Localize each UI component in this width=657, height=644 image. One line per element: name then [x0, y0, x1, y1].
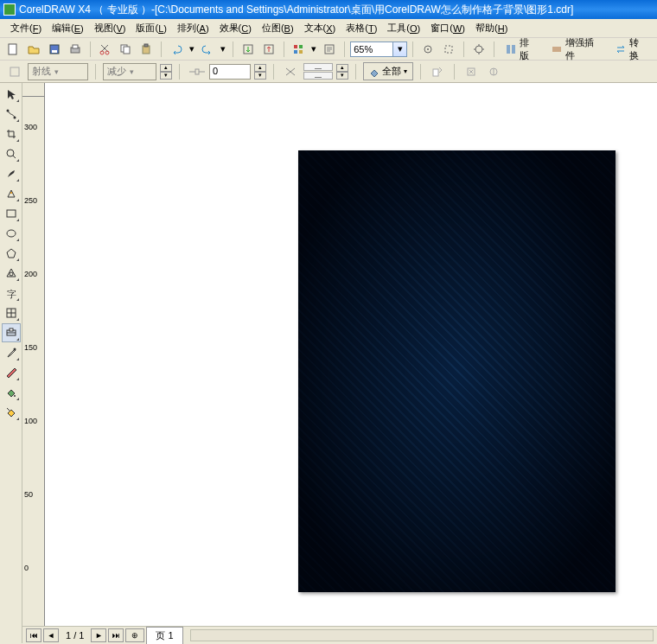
zengqiang-button[interactable]: 增强插件	[545, 35, 609, 64]
title-bar: CorelDRAW X4 （ 专业版 ） - [C:\Documents and…	[0, 0, 657, 19]
ruler-tick: 250	[24, 196, 37, 205]
save-button[interactable]	[45, 40, 64, 59]
fill-tool[interactable]	[2, 383, 21, 402]
step-spinner[interactable]: ▴▾	[160, 64, 172, 80]
envelope-spinner[interactable]: ▴▾	[336, 64, 348, 80]
menu-t[interactable]: 表格(T)	[341, 20, 382, 36]
next-page-button[interactable]: ►	[91, 628, 106, 642]
page-tab-1[interactable]: 页 1	[146, 627, 182, 644]
app-launcher-button[interactable]	[290, 40, 309, 59]
shape-tool[interactable]	[2, 105, 21, 124]
cut-button[interactable]	[96, 40, 115, 59]
envelope-icon[interactable]	[281, 62, 300, 81]
rectangle-tool[interactable]	[2, 204, 21, 223]
welcome-button[interactable]	[320, 40, 339, 59]
menu-l[interactable]: 版面(L)	[131, 20, 171, 36]
paste-button[interactable]	[137, 40, 156, 59]
crop-tool[interactable]	[2, 124, 21, 143]
menu-v[interactable]: 视图(V)	[89, 20, 131, 36]
ruler-origin[interactable]	[22, 83, 45, 97]
basic-shapes-tool[interactable]	[2, 264, 21, 283]
convert-button[interactable]	[484, 62, 503, 81]
last-page-button[interactable]: ⏭	[108, 628, 124, 642]
svg-rect-40	[10, 328, 13, 331]
pick-tool[interactable]	[2, 85, 21, 104]
menu-x[interactable]: 文本(X)	[299, 20, 341, 36]
value-field[interactable]: 0	[209, 64, 251, 80]
title-app: CorelDRAW X4 （ 专业版 ）	[19, 3, 151, 17]
menu-o[interactable]: 工具(O)	[382, 20, 425, 36]
svg-point-33	[10, 192, 12, 194]
paiban-button[interactable]: 排版	[500, 35, 544, 64]
text-tool[interactable]: 字	[2, 284, 21, 303]
new-button[interactable]	[3, 40, 22, 59]
freehand-tool[interactable]	[2, 164, 21, 183]
redo-dropdown[interactable]: ▾	[219, 40, 227, 59]
svg-point-20	[475, 46, 482, 53]
undo-dropdown[interactable]: ▾	[188, 40, 196, 59]
table-tool[interactable]	[2, 303, 21, 322]
menu-c[interactable]: 效果(C)	[214, 20, 257, 36]
svg-rect-14	[299, 45, 303, 48]
svg-point-19	[427, 48, 429, 50]
svg-text:字: 字	[7, 289, 16, 299]
svg-rect-2	[52, 50, 57, 53]
copy-props-button[interactable]	[428, 62, 447, 81]
menu-w[interactable]: 窗口(W)	[425, 20, 470, 36]
ruler-vertical[interactable]: 300250200150100500	[22, 97, 45, 626]
ruler-tick: 300	[24, 123, 37, 131]
ruler-tick: 50	[24, 490, 33, 499]
value-spinner[interactable]: ▴▾	[254, 64, 266, 80]
polygon-tool[interactable]	[2, 244, 21, 263]
export-button[interactable]	[259, 40, 278, 59]
canvas[interactable]	[45, 97, 657, 626]
app-icon	[3, 3, 16, 16]
snapoptions-button[interactable]	[439, 40, 458, 59]
print-button[interactable]	[66, 40, 85, 59]
pattern-fill	[298, 150, 616, 592]
zoom-tool[interactable]	[2, 144, 21, 163]
page-artwork[interactable]	[298, 150, 616, 592]
selection-all-button[interactable]: 全部 ▾	[363, 62, 413, 80]
envelope-opts[interactable]: — —	[303, 63, 333, 80]
toolbox: 字	[0, 83, 22, 643]
redo-button[interactable]	[198, 40, 217, 59]
app-launcher-dropdown[interactable]: ▾	[309, 40, 318, 59]
interactive-tool[interactable]	[2, 323, 21, 342]
outline-tool[interactable]	[2, 363, 21, 382]
h-scrollbar[interactable]	[190, 629, 654, 641]
clear-button[interactable]	[462, 62, 481, 81]
menu-a[interactable]: 排列(A)	[172, 20, 214, 36]
add-page-button[interactable]: ⊕	[125, 628, 144, 642]
svg-rect-4	[73, 45, 78, 48]
svg-point-42	[14, 395, 16, 397]
open-button[interactable]	[24, 40, 43, 59]
copy-button[interactable]	[116, 40, 135, 59]
zoom-value[interactable]: 65%	[350, 41, 393, 57]
svg-rect-13	[294, 45, 297, 48]
presets-button[interactable]	[5, 62, 24, 81]
menu-f[interactable]: 文件(F)	[5, 20, 47, 36]
svg-rect-15	[294, 50, 297, 54]
step-combo[interactable]: 减少▾	[103, 63, 156, 80]
svg-rect-23	[552, 47, 561, 52]
smart-tool[interactable]	[2, 184, 21, 203]
options-button[interactable]	[469, 40, 488, 59]
undo-button[interactable]	[167, 40, 186, 59]
first-page-button[interactable]: ⏮	[26, 628, 41, 642]
prev-page-button[interactable]: ◄	[43, 628, 59, 642]
menu-e[interactable]: 编辑(E)	[47, 20, 89, 36]
ellipse-tool[interactable]	[2, 224, 21, 243]
chevron-down-icon[interactable]: ▾	[393, 41, 407, 57]
zoom-combo[interactable]: 65% ▾	[350, 41, 407, 57]
zhuanhuan-button[interactable]: 转换	[609, 35, 654, 64]
menu-b[interactable]: 位图(B)	[257, 20, 299, 36]
bucket-icon	[369, 67, 380, 77]
property-toolbar: 射线▾ 减少▾ ▴▾ 0 ▴▾ — — ▴▾ 全部 ▾	[0, 61, 657, 83]
import-button[interactable]	[239, 40, 258, 59]
preset-combo[interactable]: 射线▾	[28, 63, 88, 80]
svg-point-35	[7, 230, 16, 237]
eyedropper-tool[interactable]	[2, 343, 21, 362]
snap-button[interactable]	[418, 40, 437, 59]
interactive-fill-tool[interactable]	[2, 403, 21, 422]
